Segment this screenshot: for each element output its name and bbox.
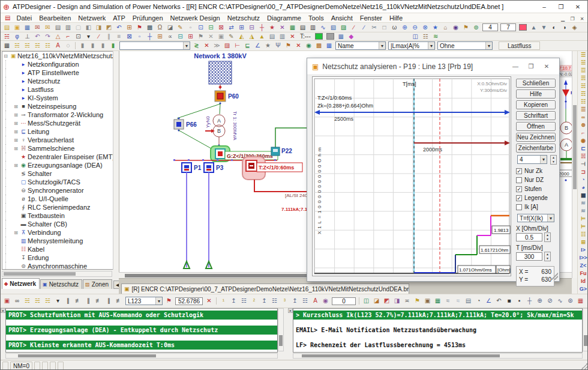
rotate-left-icon[interactable]: ◐ [549, 23, 559, 32]
close-console-icon[interactable]: ✕ [1, 308, 5, 313]
overlay-combo[interactable]: Ohne▾ [437, 41, 493, 50]
paste-icon[interactable]: ◨ [94, 23, 104, 32]
cancel-tool-icon[interactable]: ✕ [277, 23, 287, 32]
close-console-icon[interactable]: ✕ [288, 308, 293, 313]
tree-horizontal-scrollbar[interactable] [2, 271, 112, 277]
tree-item[interactable]: ⊞ ⊼ Verbindung [2, 228, 117, 237]
gear-green-icon[interactable]: ⊚ [471, 23, 481, 32]
rv-chip-icon[interactable]: ▦ [578, 192, 588, 199]
box-red-icon[interactable]: ▨ [222, 41, 232, 50]
dialog-resize-grip[interactable] [551, 273, 558, 280]
counter-field[interactable]: 0 [332, 297, 356, 305]
people-find-icon[interactable]: ⚑ [461, 23, 471, 32]
tree-item[interactable]: ▸ Netzkonfiguration [2, 60, 117, 68]
tree-vertical-scrollbar[interactable] [113, 51, 119, 270]
tree-item[interactable]: ⊞ ⊑ Leitung [2, 127, 117, 136]
menu-item[interactable]: Netzwerk [74, 14, 109, 22]
panel-green-icon[interactable]: ▮ [108, 41, 118, 50]
import-mail-icon[interactable]: ✉ [43, 23, 53, 32]
rv-line-icon[interactable]: ⊏ [578, 145, 588, 153]
grid-red3-icon[interactable]: ▦ [575, 297, 586, 305]
bus-y3-icon[interactable]: ☵ [32, 41, 43, 50]
rv-bus-7-icon[interactable]: ☷ [578, 98, 588, 106]
circle-plus-icon[interactable]: ⊕ [535, 297, 545, 305]
x-red2-icon[interactable]: ✕ [293, 41, 304, 50]
swap-phases-icon[interactable]: ⇄ [226, 23, 236, 32]
dialog-checkbox[interactable]: Ik [A] [516, 203, 557, 211]
rv-trafo-icon[interactable]: ⊗ [578, 121, 588, 129]
grid-size-field[interactable]: 7 [500, 23, 516, 31]
menu-item[interactable]: Datei [13, 14, 35, 22]
tree-item[interactable]: ø 1p. U/I-Quelle [2, 195, 117, 203]
table-dark2-icon[interactable]: ▥ [308, 23, 318, 32]
checkbox-box[interactable] [516, 168, 522, 174]
device-p3[interactable]: P3 [204, 163, 224, 172]
plus-grid-icon[interactable]: ┼ [524, 297, 535, 305]
flag-gray-icon[interactable]: ⚑ [196, 32, 206, 41]
psi-icon[interactable]: Ψ [273, 41, 283, 50]
mdi-control-button[interactable]: ▁ [558, 16, 568, 22]
rv-bus-4-icon[interactable]: ☴ [578, 74, 588, 82]
table-dark-icon[interactable]: ▤ [298, 23, 308, 32]
chart-edit-icon[interactable]: ⊡ [196, 23, 206, 32]
tree-item[interactable]: ▸ KI-System [2, 94, 117, 102]
rotate-right-icon[interactable]: ◑ [559, 23, 569, 32]
bus-3-icon[interactable]: ☵ [43, 297, 53, 305]
zoom-in-icon[interactable]: ⊕ [400, 23, 410, 32]
node-pink-icon[interactable]: ◆ [346, 32, 356, 41]
text-a2-icon[interactable]: A [310, 297, 320, 305]
line-select-combo[interactable]: L123▾ [125, 297, 163, 305]
x-red-icon[interactable]: ✕ [204, 297, 214, 305]
canvas-vertical-scrollbar[interactable] [572, 51, 577, 278]
close-button[interactable]: ✕ [569, 4, 586, 10]
grid-orange-icon[interactable]: ⊞ [155, 32, 165, 41]
rv-load-icon[interactable]: ∞ [578, 114, 588, 121]
star-run-icon[interactable]: ★ [267, 23, 277, 32]
device-p60[interactable]: P60 [215, 91, 239, 102]
checkbox-box[interactable] [516, 177, 522, 183]
link-nodes-icon[interactable]: ∝ [165, 32, 175, 41]
menu-item[interactable]: Netzschutz [224, 14, 263, 22]
send-mail-icon[interactable]: ✉ [32, 23, 43, 32]
move-cross-icon[interactable]: ┼ [145, 32, 155, 41]
tree-item[interactable]: ▥ Mehrsystemleitung [2, 237, 117, 245]
line-blue-icon[interactable]: ∕ [359, 23, 369, 32]
tree-item[interactable]: ≶ Schalter [2, 169, 117, 178]
tree-item[interactable]: ▬ Schalter (CB) [2, 220, 117, 228]
transformer-tr1[interactable]: A B YyN0 Tr 1: 300MVA [205, 111, 238, 141]
tree-tab[interactable]: ▣ Netzschutz [40, 279, 82, 289]
cloud-1-icon[interactable]: ≈ [443, 297, 453, 305]
grid-red-icon[interactable]: ⊞ [185, 32, 196, 41]
dialog-button[interactable]: Schriftart [516, 111, 556, 120]
poly-cut-icon[interactable]: ✂ [369, 23, 379, 32]
rv-distance-icon[interactable]: Z< [578, 262, 588, 270]
zoom-window-icon[interactable]: ⊗ [420, 23, 430, 32]
rv-fuse-icon[interactable]: Fu [578, 270, 588, 278]
sup-2-icon[interactable]: ² [249, 297, 259, 305]
asterisk-icon[interactable]: ⊛ [565, 297, 575, 305]
phase-3-icon[interactable]: ∥ [104, 297, 114, 305]
branch-pins-icon[interactable]: ◫ [410, 32, 421, 41]
tree-item[interactable]: ★ Dezentraler Einspeiser (EMT) [2, 153, 117, 161]
phi-icon[interactable]: φ [12, 32, 22, 41]
delete-x-icon[interactable]: ✕ [287, 32, 298, 41]
angle2-icon[interactable]: ∠ [484, 297, 494, 305]
comment-icon[interactable]: ▫ [185, 23, 196, 32]
dialog-button[interactable]: Schließen [516, 79, 556, 88]
flag-yellow-icon[interactable]: ⚑ [412, 297, 422, 305]
node-box-icon[interactable]: ▫ [134, 32, 145, 41]
grid-3-icon[interactable]: ☷ [300, 297, 310, 305]
mdi-control-button[interactable]: ✕ [577, 16, 587, 22]
grid-2-icon[interactable]: ☷ [269, 297, 280, 305]
rv-bus-1-icon[interactable]: ☰ [578, 51, 588, 59]
x-div-field[interactable]: 0.5 [516, 233, 542, 241]
protection-grading-chart[interactable]: T[ms] X:0.5Ohm/Div Y:300ms/Div T:Z</1/0:… [312, 76, 511, 276]
angle-blue-icon[interactable]: ∠ [253, 41, 263, 50]
print-icon[interactable]: ▤ [53, 23, 63, 32]
paste-special-icon[interactable]: ◩ [104, 23, 114, 32]
tools-icon[interactable]: Ω [155, 23, 165, 32]
grid-blue-mini-icon[interactable]: ▦ [336, 32, 346, 41]
dialog-checkbox[interactable]: Legende [516, 194, 557, 202]
tree-item[interactable]: ▸ Lastfluss [2, 85, 117, 94]
rv-meter2-icon[interactable]: ◕ [578, 184, 588, 192]
